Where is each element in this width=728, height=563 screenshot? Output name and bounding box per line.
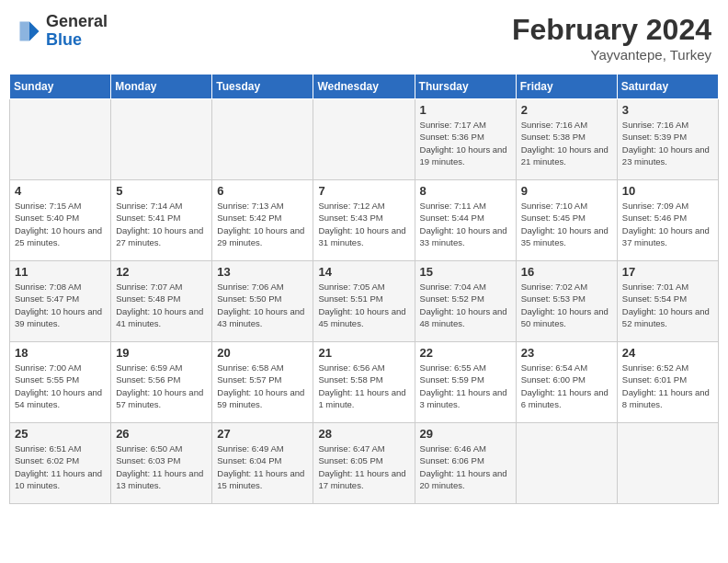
week-row-1: 1Sunrise: 7:17 AMSunset: 5:36 PMDaylight… [10,99,719,180]
day-header-tuesday: Tuesday [212,75,313,99]
day-number: 25 [15,427,106,441]
calendar-cell: 20Sunrise: 6:58 AMSunset: 5:57 PMDayligh… [212,342,313,423]
day-header-thursday: Thursday [415,75,516,99]
calendar-cell: 10Sunrise: 7:09 AMSunset: 5:46 PMDayligh… [617,180,718,261]
day-number: 28 [318,427,409,441]
calendar-cell: 18Sunrise: 7:00 AMSunset: 5:55 PMDayligh… [10,342,111,423]
day-number: 19 [116,346,207,360]
day-info: Sunrise: 6:52 AMSunset: 6:01 PMDaylight:… [622,362,713,410]
week-row-4: 18Sunrise: 7:00 AMSunset: 5:55 PMDayligh… [10,342,719,423]
calendar-cell: 26Sunrise: 6:50 AMSunset: 6:03 PMDayligh… [111,423,212,504]
day-number: 26 [116,427,207,441]
calendar-cell: 17Sunrise: 7:01 AMSunset: 5:54 PMDayligh… [617,261,718,342]
logo: General Blue [17,13,108,50]
logo-blue: Blue [46,30,82,49]
week-row-5: 25Sunrise: 6:51 AMSunset: 6:02 PMDayligh… [10,423,719,504]
calendar-cell: 12Sunrise: 7:07 AMSunset: 5:48 PMDayligh… [111,261,212,342]
day-header-friday: Friday [516,75,617,99]
day-number: 29 [420,427,511,441]
day-number: 3 [622,103,713,117]
day-number: 11 [15,265,106,279]
day-info: Sunrise: 7:12 AMSunset: 5:43 PMDaylight:… [318,200,409,248]
header-row: SundayMondayTuesdayWednesdayThursdayFrid… [10,75,719,99]
day-info: Sunrise: 7:10 AMSunset: 5:45 PMDaylight:… [521,200,612,248]
day-number: 1 [420,103,511,117]
calendar-cell: 8Sunrise: 7:11 AMSunset: 5:44 PMDaylight… [415,180,516,261]
day-number: 14 [318,265,409,279]
calendar-table: SundayMondayTuesdayWednesdayThursdayFrid… [9,74,719,504]
day-number: 8 [420,184,511,198]
day-info: Sunrise: 7:00 AMSunset: 5:55 PMDaylight:… [15,362,106,410]
main-title: February 2024 [512,13,711,47]
day-info: Sunrise: 6:50 AMSunset: 6:03 PMDaylight:… [116,442,207,491]
day-info: Sunrise: 7:08 AMSunset: 5:47 PMDaylight:… [15,281,106,329]
day-header-wednesday: Wednesday [313,75,415,99]
calendar-cell: 16Sunrise: 7:02 AMSunset: 5:53 PMDayligh… [516,261,617,342]
day-info: Sunrise: 6:55 AMSunset: 5:59 PMDaylight:… [420,362,511,410]
calendar-cell: 28Sunrise: 6:47 AMSunset: 6:05 PMDayligh… [313,423,415,504]
day-number: 27 [217,427,308,441]
day-number: 2 [521,103,612,117]
calendar-cell: 2Sunrise: 7:16 AMSunset: 5:38 PMDaylight… [516,99,617,180]
week-row-3: 11Sunrise: 7:08 AMSunset: 5:47 PMDayligh… [10,261,719,342]
day-info: Sunrise: 7:11 AMSunset: 5:44 PMDaylight:… [420,200,511,248]
day-info: Sunrise: 6:47 AMSunset: 6:05 PMDaylight:… [318,442,409,491]
day-info: Sunrise: 6:59 AMSunset: 5:56 PMDaylight:… [116,362,207,410]
day-info: Sunrise: 6:56 AMSunset: 5:58 PMDaylight:… [318,362,409,410]
day-number: 17 [622,265,713,279]
svg-marker-0 [29,21,40,40]
day-info: Sunrise: 7:15 AMSunset: 5:40 PMDaylight:… [15,200,106,248]
day-info: Sunrise: 7:14 AMSunset: 5:41 PMDaylight:… [116,200,207,248]
calendar-cell: 6Sunrise: 7:13 AMSunset: 5:42 PMDaylight… [212,180,313,261]
calendar-cell: 5Sunrise: 7:14 AMSunset: 5:41 PMDaylight… [111,180,212,261]
calendar-cell: 3Sunrise: 7:16 AMSunset: 5:39 PMDaylight… [617,99,718,180]
calendar-cell: 11Sunrise: 7:08 AMSunset: 5:47 PMDayligh… [10,261,111,342]
day-info: Sunrise: 7:07 AMSunset: 5:48 PMDaylight:… [116,281,207,329]
day-info: Sunrise: 6:46 AMSunset: 6:06 PMDaylight:… [420,442,511,491]
day-info: Sunrise: 7:13 AMSunset: 5:42 PMDaylight:… [217,200,308,248]
calendar-cell: 23Sunrise: 6:54 AMSunset: 6:00 PMDayligh… [516,342,617,423]
calendar-cell: 21Sunrise: 6:56 AMSunset: 5:58 PMDayligh… [313,342,415,423]
day-number: 6 [217,184,308,198]
day-number: 7 [318,184,409,198]
day-number: 24 [622,346,713,360]
day-info: Sunrise: 7:16 AMSunset: 5:38 PMDaylight:… [521,119,612,167]
day-info: Sunrise: 6:54 AMSunset: 6:00 PMDaylight:… [521,362,612,410]
title-block: February 2024 Yayvantepe, Turkey [512,13,711,63]
calendar-cell: 25Sunrise: 6:51 AMSunset: 6:02 PMDayligh… [10,423,111,504]
calendar-cell: 1Sunrise: 7:17 AMSunset: 5:36 PMDaylight… [415,99,516,180]
calendar-cell: 22Sunrise: 6:55 AMSunset: 5:59 PMDayligh… [415,342,516,423]
day-info: Sunrise: 7:17 AMSunset: 5:36 PMDaylight:… [420,119,511,167]
day-info: Sunrise: 7:09 AMSunset: 5:46 PMDaylight:… [622,200,713,248]
day-header-sunday: Sunday [10,75,111,99]
day-number: 5 [116,184,207,198]
day-number: 13 [217,265,308,279]
day-header-monday: Monday [111,75,212,99]
day-number: 12 [116,265,207,279]
page-header: General Blue February 2024 Yayvantepe, T… [9,9,719,66]
calendar-cell [617,423,718,504]
calendar-cell: 9Sunrise: 7:10 AMSunset: 5:45 PMDaylight… [516,180,617,261]
calendar-body: 1Sunrise: 7:17 AMSunset: 5:36 PMDaylight… [10,99,719,504]
day-number: 4 [15,184,106,198]
calendar-cell [313,99,415,180]
calendar-cell: 27Sunrise: 6:49 AMSunset: 6:04 PMDayligh… [212,423,313,504]
day-info: Sunrise: 6:58 AMSunset: 5:57 PMDaylight:… [217,362,308,410]
day-number: 23 [521,346,612,360]
subtitle: Yayvantepe, Turkey [512,47,711,63]
logo-text: General Blue [46,13,108,50]
calendar-cell: 24Sunrise: 6:52 AMSunset: 6:01 PMDayligh… [617,342,718,423]
day-header-saturday: Saturday [617,75,718,99]
calendar-header: SundayMondayTuesdayWednesdayThursdayFrid… [10,75,719,99]
logo-general: General [46,12,108,30]
calendar-cell: 4Sunrise: 7:15 AMSunset: 5:40 PMDaylight… [10,180,111,261]
day-info: Sunrise: 6:51 AMSunset: 6:02 PMDaylight:… [15,442,106,491]
day-number: 18 [15,346,106,360]
day-number: 15 [420,265,511,279]
calendar-cell: 15Sunrise: 7:04 AMSunset: 5:52 PMDayligh… [415,261,516,342]
day-number: 22 [420,346,511,360]
day-info: Sunrise: 7:02 AMSunset: 5:53 PMDaylight:… [521,281,612,329]
day-info: Sunrise: 6:49 AMSunset: 6:04 PMDaylight:… [217,442,308,491]
calendar-cell: 13Sunrise: 7:06 AMSunset: 5:50 PMDayligh… [212,261,313,342]
day-info: Sunrise: 7:16 AMSunset: 5:39 PMDaylight:… [622,119,713,167]
